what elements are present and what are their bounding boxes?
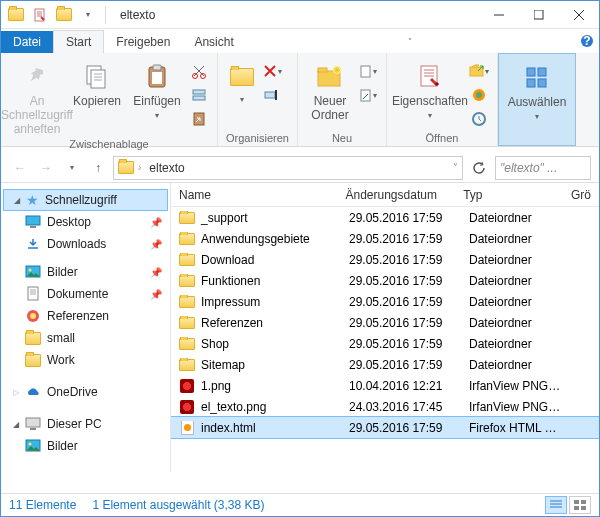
properties-icon	[414, 61, 446, 93]
svg-point-33	[29, 269, 32, 272]
folder-icon	[118, 161, 134, 174]
newitem-icon[interactable]: ▾	[358, 61, 378, 81]
copypath-icon[interactable]	[189, 85, 209, 105]
svg-rect-31	[30, 226, 36, 228]
forward-button[interactable]: →	[35, 157, 57, 179]
file-row[interactable]: _support29.05.2016 17:59Dateiordner	[171, 207, 599, 228]
svg-rect-20	[361, 90, 370, 101]
file-row[interactable]: Impressum29.05.2016 17:59Dateiordner	[171, 291, 599, 312]
file-row[interactable]: Shop29.05.2016 17:59Dateiordner	[171, 333, 599, 354]
svg-rect-44	[581, 506, 586, 510]
properties-button[interactable]: Eigenschaften▾	[395, 57, 465, 120]
ribbon-tabs: Datei Start Freigeben Ansicht ˅ ?	[1, 29, 599, 53]
svg-rect-17	[318, 68, 327, 72]
pin-button[interactable]: An Schnellzugriff anheften	[9, 57, 65, 136]
folder-icon	[179, 211, 195, 225]
help-icon[interactable]: ?	[575, 29, 599, 53]
nav-small[interactable]: small	[1, 327, 170, 349]
nav-thispc[interactable]: ◢ Dieser PC	[1, 413, 170, 435]
moveto-button[interactable]: ▾	[226, 57, 258, 104]
nav-downloads[interactable]: Downloads📌	[1, 233, 170, 255]
qat-properties-icon[interactable]	[29, 4, 51, 26]
svg-rect-38	[30, 428, 36, 430]
nav-onedrive[interactable]: ▷ OneDrive	[1, 381, 170, 403]
file-list: Name Änderungsdatum Typ Grö _support29.0…	[171, 183, 599, 472]
file-type: Dateiordner	[461, 274, 571, 288]
delete-icon[interactable]: ▾	[262, 61, 282, 81]
svg-point-9	[193, 74, 198, 79]
refresh-button[interactable]	[467, 161, 491, 175]
view-details-button[interactable]	[545, 496, 567, 514]
file-row[interactable]: Referenzen29.05.2016 17:59Dateiordner	[171, 312, 599, 333]
nav-desktop[interactable]: Desktop📌	[1, 211, 170, 233]
tab-file[interactable]: Datei	[1, 31, 53, 53]
svg-point-40	[29, 443, 32, 446]
paste-button[interactable]: Einfügen▾	[129, 57, 185, 120]
folder-icon	[179, 274, 195, 288]
breadcrumb[interactable]: eltexto	[145, 161, 188, 175]
col-size[interactable]: Grö	[563, 188, 599, 202]
address-bar[interactable]: › eltexto ˅	[113, 156, 463, 180]
select-button[interactable]: Auswählen▾	[507, 58, 567, 121]
quick-access-toolbar: ▾	[1, 4, 114, 26]
file-name: Impressum	[201, 295, 260, 309]
edit-icon[interactable]	[469, 85, 489, 105]
tab-start[interactable]: Start	[53, 30, 104, 53]
nav-dokumente[interactable]: Dokumente📌	[1, 283, 170, 305]
nav-quick-access[interactable]: ◢ ★Schnellzugriff	[3, 189, 168, 211]
svg-point-10	[201, 74, 206, 79]
view-large-button[interactable]	[569, 496, 591, 514]
html-icon	[179, 421, 195, 435]
folder-icon	[179, 337, 195, 351]
file-row[interactable]: 1.png10.04.2016 12:21IrfanView PNG File	[171, 375, 599, 396]
newfolder-button[interactable]: Neuer Ordner	[306, 57, 354, 123]
file-row[interactable]: Anwendungsgebiete29.05.2016 17:59Dateior…	[171, 228, 599, 249]
ribbon-toggle-icon[interactable]: ˅	[398, 29, 422, 53]
rename-icon[interactable]	[262, 85, 282, 105]
qat-dropdown-icon[interactable]: ▾	[77, 4, 99, 26]
status-count: 11 Elemente	[9, 498, 76, 512]
svg-rect-27	[538, 68, 546, 76]
history-icon[interactable]	[469, 109, 489, 129]
col-type[interactable]: Typ	[455, 188, 563, 202]
file-name: Anwendungsgebiete	[201, 232, 310, 246]
file-row[interactable]: el_texto.png24.03.2016 17:45IrfanView PN…	[171, 396, 599, 417]
recent-dropdown[interactable]: ▾	[61, 157, 83, 179]
minimize-button[interactable]	[479, 1, 519, 29]
app-icon[interactable]	[5, 4, 27, 26]
open-icon[interactable]: ▾	[469, 61, 489, 81]
file-name: Shop	[201, 337, 229, 351]
folder-icon	[179, 253, 195, 267]
file-row[interactable]: Download29.05.2016 17:59Dateiordner	[171, 249, 599, 270]
file-row[interactable]: index.html29.05.2016 17:59Firefox HTML D…	[171, 417, 599, 438]
copy-button[interactable]: Kopieren	[69, 57, 125, 109]
col-name[interactable]: Name	[171, 188, 338, 202]
search-input[interactable]: "eltexto" ...	[495, 156, 591, 180]
up-button[interactable]: ↑	[87, 157, 109, 179]
address-dropdown-icon[interactable]: ˅	[453, 162, 458, 173]
nav-bilder2[interactable]: Bilder	[1, 435, 170, 457]
tab-view[interactable]: Ansicht	[182, 31, 245, 53]
easyaccess-icon[interactable]: ▾	[358, 85, 378, 105]
address-bar-row: ← → ▾ ↑ › eltexto ˅ "eltexto" ...	[1, 153, 599, 183]
file-row[interactable]: Sitemap29.05.2016 17:59Dateiordner	[171, 354, 599, 375]
file-date: 10.04.2016 12:21	[341, 379, 461, 393]
nav-work[interactable]: Work	[1, 349, 170, 371]
svg-rect-26	[527, 68, 535, 76]
file-type: Dateiordner	[461, 358, 571, 372]
maximize-button[interactable]	[519, 1, 559, 29]
file-row[interactable]: Funktionen29.05.2016 17:59Dateiordner	[171, 270, 599, 291]
paste-shortcut-icon[interactable]	[189, 109, 209, 129]
svg-rect-43	[574, 506, 579, 510]
back-button[interactable]: ←	[9, 157, 31, 179]
tab-share[interactable]: Freigeben	[104, 31, 182, 53]
col-date[interactable]: Änderungsdatum	[338, 188, 456, 202]
ribbon: An Schnellzugriff anheften Kopieren Einf…	[1, 53, 599, 147]
file-type: Dateiordner	[461, 316, 571, 330]
column-headers: Name Änderungsdatum Typ Grö	[171, 183, 599, 207]
qat-newfolder-icon[interactable]	[53, 4, 75, 26]
nav-referenzen[interactable]: Referenzen	[1, 305, 170, 327]
nav-bilder[interactable]: Bilder📌	[1, 261, 170, 283]
cut-icon[interactable]	[189, 61, 209, 81]
close-button[interactable]	[559, 1, 599, 29]
